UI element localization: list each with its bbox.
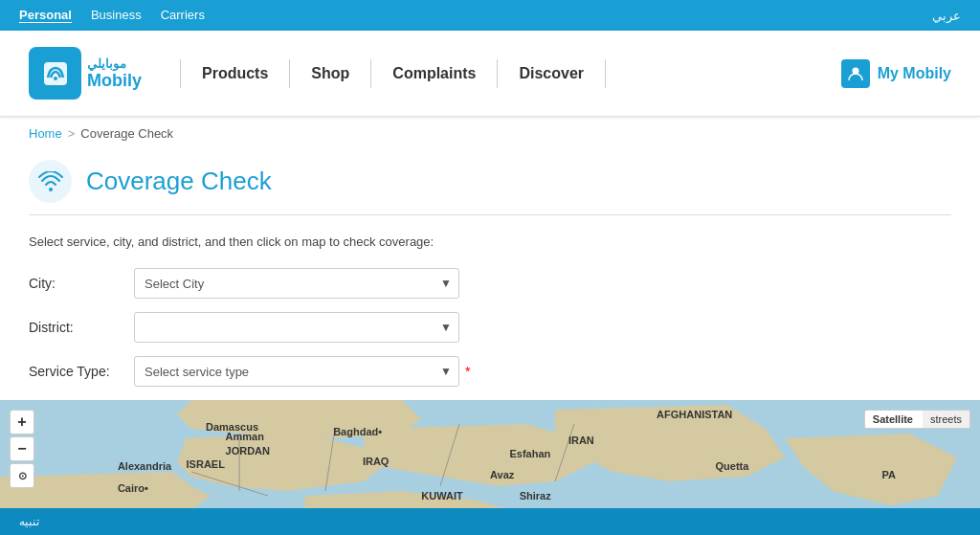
- top-bar-nav: Personal Business Carriers: [19, 8, 205, 23]
- topbar-personal[interactable]: Personal: [19, 8, 72, 23]
- mobily-logo-icon: [40, 58, 71, 89]
- service-select-wrapper: Select service type ▼: [134, 356, 459, 387]
- bottom-bar-text: تنبيه: [19, 515, 39, 528]
- district-select-wrapper: ▼: [134, 312, 459, 343]
- map-controls: + − ⊙: [10, 410, 34, 488]
- nav-complaints[interactable]: Complaints: [371, 59, 498, 88]
- svg-rect-0: [44, 62, 67, 85]
- logo-area[interactable]: موبايلي Mobily: [29, 47, 142, 100]
- my-mobily-label: My Mobily: [878, 65, 951, 82]
- top-bar: Personal Business Carriers عربي: [0, 0, 980, 31]
- district-label: District:: [29, 320, 134, 335]
- page-content: Coverage Check Select service, city, and…: [0, 150, 980, 387]
- my-mobily-icon: [841, 59, 870, 88]
- svg-point-1: [54, 77, 57, 80]
- breadcrumb: Home > Coverage Check: [0, 117, 980, 150]
- wifi-icon: [37, 171, 64, 192]
- title-divider: [29, 214, 951, 215]
- map-zoom-in[interactable]: +: [10, 410, 34, 435]
- city-select-wrapper: Select City ▼: [134, 268, 459, 299]
- map-type-satellite[interactable]: Satellite: [865, 411, 921, 428]
- city-select[interactable]: Select City: [134, 268, 459, 299]
- coverage-icon-bg: [29, 160, 72, 203]
- nav-items: Products Shop Complaints Discover: [180, 59, 841, 88]
- svg-point-3: [49, 188, 53, 191]
- required-marker: *: [465, 364, 470, 379]
- nav-products[interactable]: Products: [180, 59, 290, 88]
- service-label: Service Type:: [29, 364, 134, 379]
- topbar-carriers[interactable]: Carriers: [161, 8, 205, 23]
- nav-shop[interactable]: Shop: [290, 59, 371, 88]
- district-select[interactable]: [134, 312, 459, 343]
- form-description: Select service, city, and district, and …: [29, 234, 951, 249]
- breadcrumb-separator: >: [68, 126, 76, 141]
- breadcrumb-home[interactable]: Home: [29, 126, 62, 141]
- my-mobily-button[interactable]: My Mobily: [841, 59, 951, 88]
- city-row: City: Select City ▼: [29, 268, 951, 299]
- district-row: District: ▼: [29, 312, 951, 343]
- map-type-streets[interactable]: streets: [923, 411, 969, 428]
- logo-box: [29, 47, 81, 100]
- page-title-row: Coverage Check: [29, 160, 951, 203]
- main-nav: موبايلي Mobily Products Shop Complaints …: [0, 31, 980, 117]
- bottom-bar: تنبيه: [0, 508, 980, 535]
- map-zoom-out[interactable]: −: [10, 436, 34, 461]
- map-type-controls: Satellite streets: [864, 410, 970, 429]
- map-location-btn[interactable]: ⊙: [10, 463, 34, 488]
- breadcrumb-current: Coverage Check: [80, 126, 173, 141]
- city-label: City:: [29, 276, 134, 291]
- topbar-business[interactable]: Business: [91, 8, 142, 23]
- logo-text: موبايلي Mobily: [87, 56, 142, 91]
- topbar-lang[interactable]: عربي: [932, 9, 961, 23]
- service-select[interactable]: Select service type: [134, 356, 459, 387]
- service-row: Service Type: Select service type ▼ *: [29, 356, 951, 387]
- nav-discover[interactable]: Discover: [498, 59, 606, 88]
- page-title: Coverage Check: [86, 167, 272, 196]
